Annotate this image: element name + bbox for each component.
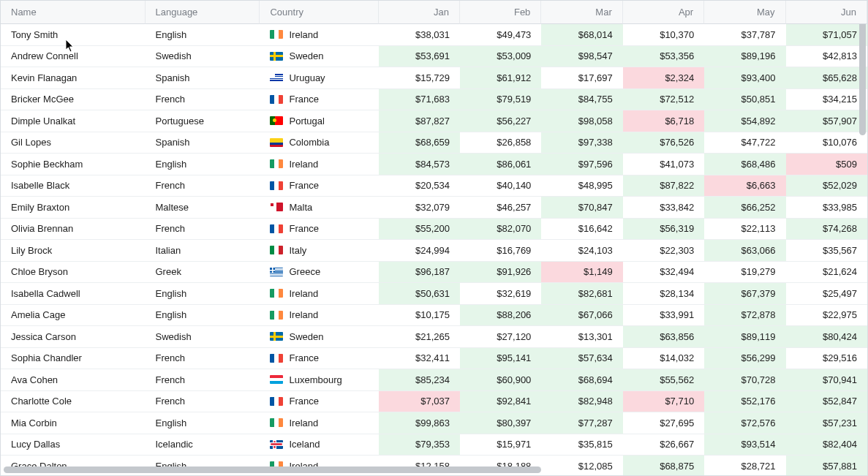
cell-may[interactable]: $52,176 <box>704 391 785 413</box>
table-row[interactable]: Amelia CageEnglishIreland$10,175$88,206$… <box>1 305 867 327</box>
cell-jun[interactable]: $57,907 <box>786 110 867 132</box>
cell-mar[interactable]: $13,301 <box>541 326 622 348</box>
cell-name[interactable]: Isabelle Black <box>1 175 146 197</box>
cell-jun[interactable]: $42,813 <box>786 46 867 68</box>
cell-apr[interactable]: $55,562 <box>623 369 704 391</box>
table-row[interactable]: Sophie BeckhamEnglishIreland$84,573$86,0… <box>1 154 867 175</box>
table-row[interactable]: Olivia BrennanFrenchFrance$55,200$82,070… <box>1 219 867 241</box>
cell-name[interactable]: Tony Smith <box>1 24 146 46</box>
cell-language[interactable]: French <box>146 219 260 241</box>
cell-may[interactable]: $93,400 <box>704 67 785 89</box>
cell-jan[interactable]: $38,031 <box>379 24 460 46</box>
cell-feb[interactable]: $61,912 <box>460 67 541 89</box>
cell-language[interactable]: Maltese <box>146 197 260 219</box>
cell-apr[interactable]: $2,324 <box>623 67 704 89</box>
cell-apr[interactable]: $32,494 <box>623 262 704 284</box>
cell-language[interactable]: English <box>146 154 260 175</box>
cell-jan[interactable]: $32,411 <box>379 348 460 370</box>
cell-country[interactable]: Greece <box>260 262 378 284</box>
cell-jun[interactable]: $22,975 <box>786 305 867 327</box>
cell-jan[interactable]: $20,534 <box>379 175 460 197</box>
cell-may[interactable]: $50,851 <box>704 89 785 111</box>
cell-may[interactable]: $54,892 <box>704 110 785 132</box>
cell-jun[interactable]: $25,497 <box>786 283 867 305</box>
cell-jun[interactable]: $70,941 <box>786 369 867 391</box>
cell-name[interactable]: Isabella Cadwell <box>1 283 146 305</box>
cell-apr[interactable]: $14,032 <box>623 348 704 370</box>
cell-feb[interactable]: $26,858 <box>460 132 541 154</box>
cell-feb[interactable]: $88,206 <box>460 305 541 327</box>
cell-name[interactable]: Lucy Dallas <box>1 434 146 456</box>
cell-feb[interactable]: $82,070 <box>460 219 541 241</box>
cell-apr[interactable]: $87,822 <box>623 175 704 197</box>
table-row[interactable]: Isabella CadwellEnglishIreland$50,631$32… <box>1 283 867 305</box>
cell-name[interactable]: Sophia Chandler <box>1 348 146 370</box>
cell-jun[interactable]: $509 <box>786 154 867 175</box>
cell-jun[interactable]: $57,231 <box>786 412 867 434</box>
cell-may[interactable]: $89,119 <box>704 326 785 348</box>
col-header-apr[interactable]: Apr <box>623 1 704 24</box>
cell-jun[interactable]: $52,847 <box>786 391 867 413</box>
cell-country[interactable]: Ireland <box>260 412 378 434</box>
cell-apr[interactable]: $33,842 <box>623 197 704 219</box>
table-row[interactable]: Isabelle BlackFrenchFrance$20,534$40,140… <box>1 175 867 197</box>
cell-jan[interactable]: $87,827 <box>379 110 460 132</box>
cell-feb[interactable]: $15,971 <box>460 434 541 456</box>
cell-feb[interactable]: $46,257 <box>460 197 541 219</box>
cell-feb[interactable]: $92,841 <box>460 391 541 413</box>
table-row[interactable]: Andrew ConnellSwedishSweden$53,691$53,00… <box>1 46 867 68</box>
cell-apr[interactable]: $72,512 <box>623 89 704 111</box>
cell-jun[interactable]: $29,516 <box>786 348 867 370</box>
cell-country[interactable]: Malta <box>260 197 378 219</box>
cell-name[interactable]: Lily Brock <box>1 240 146 262</box>
table-row[interactable]: Emily BraxtonMalteseMalta$32,079$46,257$… <box>1 197 867 219</box>
cell-mar[interactable]: $48,995 <box>541 175 622 197</box>
cell-country[interactable]: Sweden <box>260 46 378 68</box>
cell-jun[interactable]: $34,215 <box>786 89 867 111</box>
cell-mar[interactable]: $97,596 <box>541 154 622 175</box>
cell-language[interactable]: Italian <box>146 240 260 262</box>
cell-country[interactable]: Portugal <box>260 110 378 132</box>
cell-country[interactable]: Sweden <box>260 326 378 348</box>
cell-name[interactable]: Ava Cohen <box>1 369 146 391</box>
cell-mar[interactable]: $98,547 <box>541 46 622 68</box>
cell-mar[interactable]: $17,697 <box>541 67 622 89</box>
cell-may[interactable]: $47,722 <box>704 132 785 154</box>
cell-country[interactable]: Ireland <box>260 283 378 305</box>
cell-name[interactable]: Chloe Bryson <box>1 262 146 284</box>
cell-apr[interactable]: $53,356 <box>623 46 704 68</box>
cell-language[interactable]: English <box>146 305 260 327</box>
cell-name[interactable]: Andrew Connell <box>1 46 146 68</box>
cell-mar[interactable]: $16,642 <box>541 219 622 241</box>
cell-apr[interactable]: $33,991 <box>623 305 704 327</box>
cell-apr[interactable]: $28,134 <box>623 283 704 305</box>
cell-name[interactable]: Emily Braxton <box>1 197 146 219</box>
horizontal-scroll-thumb[interactable] <box>4 466 541 473</box>
cell-may[interactable]: $70,728 <box>704 369 785 391</box>
cell-jan[interactable]: $21,265 <box>379 326 460 348</box>
cell-feb[interactable]: $91,926 <box>460 262 541 284</box>
cell-language[interactable]: English <box>146 412 260 434</box>
cell-may[interactable]: $66,252 <box>704 197 785 219</box>
cell-jan[interactable]: $71,683 <box>379 89 460 111</box>
cell-mar[interactable]: $97,338 <box>541 132 622 154</box>
cell-country[interactable]: Italy <box>260 240 378 262</box>
table-row[interactable]: Sophia ChandlerFrenchFrance$32,411$95,14… <box>1 348 867 370</box>
cell-jan[interactable]: $68,659 <box>379 132 460 154</box>
cell-jun[interactable]: $80,424 <box>786 326 867 348</box>
cell-may[interactable]: $68,486 <box>704 154 785 175</box>
cell-jun[interactable]: $82,404 <box>786 434 867 456</box>
cell-country[interactable]: Uruguay <box>260 67 378 89</box>
cell-may[interactable]: $56,299 <box>704 348 785 370</box>
table-row[interactable]: Jessica CarsonSwedishSweden$21,265$27,12… <box>1 326 867 348</box>
cell-name[interactable]: Olivia Brennan <box>1 219 146 241</box>
cell-country[interactable]: Ireland <box>260 154 378 175</box>
cell-country[interactable]: Colombia <box>260 132 378 154</box>
cell-apr[interactable]: $63,856 <box>623 326 704 348</box>
cell-name[interactable]: Sophie Beckham <box>1 154 146 175</box>
cell-jun[interactable]: $33,985 <box>786 197 867 219</box>
cell-feb[interactable]: $40,140 <box>460 175 541 197</box>
cell-jan[interactable]: $7,037 <box>379 391 460 413</box>
cell-apr[interactable]: $76,526 <box>623 132 704 154</box>
cell-mar[interactable]: $84,755 <box>541 89 622 111</box>
